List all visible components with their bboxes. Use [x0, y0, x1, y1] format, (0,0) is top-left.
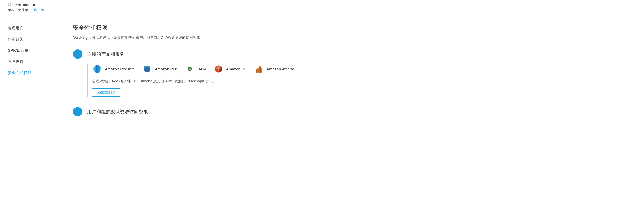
- section-connected-services: 连接的产品和服务: [73, 49, 631, 97]
- section-default-permissions: 用户和组的默认资源访问权限: [73, 107, 631, 116]
- svg-rect-25: [256, 69, 257, 70]
- athena-icon: [254, 64, 264, 74]
- section-circle-connected: [73, 49, 82, 59]
- svg-point-10: [144, 67, 150, 70]
- s3-icon: [214, 64, 224, 74]
- svg-rect-15: [193, 69, 193, 70]
- version-row: 版本：标准版 立即升级: [8, 8, 636, 12]
- svg-rect-14: [194, 69, 194, 70]
- sidebar-item-security[interactable]: 安全性和权限: [8, 67, 52, 79]
- iam-label: IAM: [199, 67, 206, 71]
- service-item-iam: IAM: [186, 64, 206, 74]
- rds-icon: [142, 64, 152, 74]
- iam-icon: [186, 64, 196, 74]
- sidebar-item-subscription[interactable]: 您的订阅: [8, 34, 52, 45]
- service-item-athena: Amazon Athena: [254, 64, 294, 74]
- redshift-icon: [92, 64, 102, 74]
- redshift-label: Amazon Redshift: [105, 67, 134, 71]
- top-bar: 账户名称: chenxin 版本：标准版 立即升级: [0, 0, 644, 15]
- services-row: Amazon Redshift: [92, 64, 631, 74]
- main-layout: 管理用户 您的订阅 SPICE 容量 账户设置 安全性和权限 安全性和权限 Qu…: [0, 15, 644, 197]
- upgrade-link[interactable]: 立即升级: [31, 8, 44, 12]
- version-label: 版本：标准版: [8, 8, 28, 12]
- section-body-connected: Amazon Redshift: [87, 64, 631, 97]
- service-item-rds: Amazon RDS: [142, 64, 178, 74]
- account-name: 账户名称: chenxin: [8, 3, 636, 7]
- s3-label: Amazon S3: [226, 67, 246, 71]
- service-item-s3: Amazon S3: [214, 64, 246, 74]
- svg-rect-26: [257, 68, 259, 69]
- page-title: 安全性和权限: [73, 24, 631, 32]
- main-content: 安全性和权限 QuickSight 可以通过以下设置控制整个账户、用户或组对 A…: [57, 15, 644, 197]
- section-title-connected: 连接的产品和服务: [87, 51, 125, 57]
- svg-rect-4: [100, 67, 101, 70]
- section-header-permissions: 用户和组的默认资源访问权限: [73, 107, 631, 116]
- sidebar-item-account-settings[interactable]: 账户设置: [8, 56, 52, 67]
- svg-rect-20: [216, 68, 221, 69]
- section-title-permissions: 用户和组的默认资源访问权限: [87, 109, 148, 115]
- add-or-remove-button[interactable]: 添加或删除: [92, 88, 120, 97]
- sidebar-item-spice[interactable]: SPICE 容量: [8, 45, 52, 56]
- svg-rect-27: [259, 66, 261, 67]
- section-circle-permissions: [73, 107, 82, 116]
- svg-rect-28: [261, 68, 262, 69]
- service-item-redshift: Amazon Redshift: [92, 64, 134, 74]
- section-note-connected: 管理对您的 AWS 账户中 S3、Athena 及其他 AWS 资源的 Quic…: [92, 79, 631, 84]
- rds-label: Amazon RDS: [155, 67, 178, 71]
- section-header-connected: 连接的产品和服务: [73, 49, 631, 59]
- svg-rect-3: [93, 67, 95, 70]
- sidebar-item-manage-users[interactable]: 管理用户: [8, 23, 52, 34]
- page-description: QuickSight 可以通过以下设置控制整个账户、用户或组对 AWS 资源的访…: [73, 35, 631, 40]
- sidebar: 管理用户 您的订阅 SPICE 容量 账户设置 安全性和权限: [0, 15, 57, 197]
- athena-label: Amazon Athena: [267, 67, 294, 71]
- svg-point-12: [189, 68, 191, 70]
